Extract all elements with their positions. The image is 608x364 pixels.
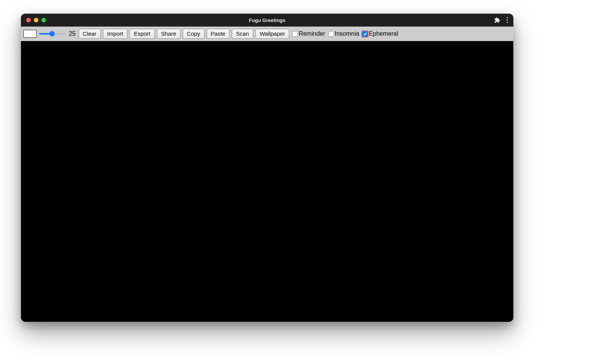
copy-button[interactable]: Copy <box>183 29 204 39</box>
export-button[interactable]: Export <box>130 29 154 39</box>
titlebar: Fugu Greetings <box>21 14 513 27</box>
brush-size-slider[interactable] <box>39 30 65 38</box>
toolbar: 25 Clear Import Export Share Copy Paste … <box>21 27 513 41</box>
app-window: Fugu Greetings 25 Clear Import Export S <box>21 14 513 322</box>
more-menu-icon[interactable] <box>507 17 508 23</box>
insomnia-label: Insomnia <box>335 30 359 37</box>
slider-thumb[interactable] <box>49 31 55 36</box>
titlebar-right <box>494 17 513 23</box>
insomnia-checkbox[interactable] <box>328 31 334 37</box>
wallpaper-button[interactable]: Wallpaper <box>255 29 289 39</box>
maximize-window-button[interactable] <box>41 18 46 22</box>
share-button[interactable]: Share <box>157 29 180 39</box>
ephemeral-label: Ephemeral <box>369 30 398 37</box>
ephemeral-field: Ephemeral <box>362 30 398 37</box>
brush-size-value: 25 <box>69 30 76 37</box>
reminder-checkbox[interactable] <box>292 31 298 37</box>
ephemeral-checkbox[interactable] <box>362 31 368 37</box>
svg-point-0 <box>507 17 508 18</box>
close-window-button[interactable] <box>26 18 31 22</box>
extensions-icon[interactable] <box>494 17 500 23</box>
insomnia-field: Insomnia <box>328 30 359 37</box>
svg-point-1 <box>507 19 508 20</box>
window-title: Fugu Greetings <box>249 17 285 23</box>
reminder-field: Reminder <box>292 30 325 37</box>
color-swatch[interactable] <box>23 30 37 38</box>
scan-button[interactable]: Scan <box>232 29 253 39</box>
import-button[interactable]: Import <box>103 29 128 39</box>
paste-button[interactable]: Paste <box>207 29 230 39</box>
minimize-window-button[interactable] <box>34 18 38 22</box>
clear-button[interactable]: Clear <box>79 29 101 39</box>
window-controls <box>21 18 46 22</box>
reminder-label: Reminder <box>299 30 325 37</box>
drawing-canvas[interactable] <box>21 41 513 321</box>
svg-point-2 <box>507 22 508 23</box>
